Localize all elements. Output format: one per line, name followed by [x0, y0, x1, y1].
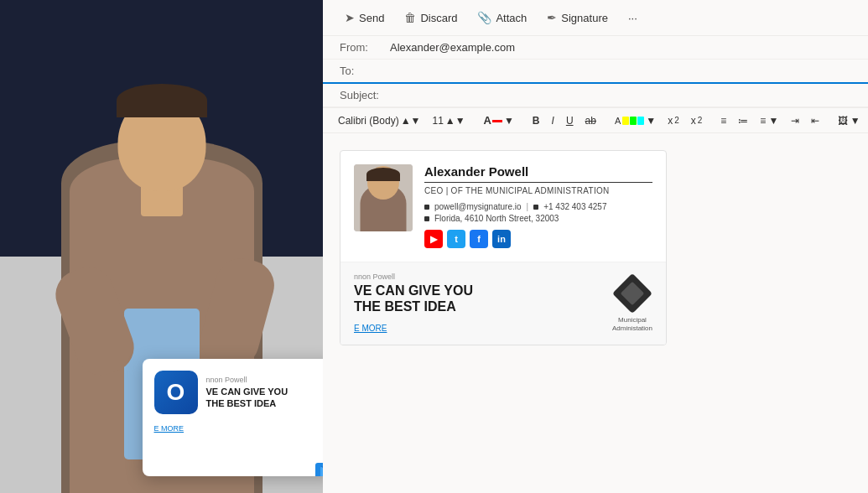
discard-icon: 🗑	[404, 11, 416, 24]
signature-address-row: Florida, 4610 North Street, 32003	[424, 214, 652, 223]
more-button[interactable]: ···	[620, 8, 646, 29]
numbered-list-button[interactable]: ≔	[733, 112, 753, 129]
facebook-icon[interactable]: f	[470, 230, 488, 248]
highlight-button[interactable]: A ▼	[610, 112, 661, 129]
banner-left: nnon Powell VE CAN GIVE YOU THE BEST IDE…	[354, 272, 612, 335]
logo-text: Municipal Administation	[612, 316, 652, 334]
italic-button[interactable]: I	[547, 112, 559, 129]
banner-logo: Municipal Administation	[612, 274, 652, 334]
font-family-selector[interactable]: Calibri (Body) ▲▼	[333, 112, 425, 129]
outlook-overlay-card: O nnon Powell VE CAN GIVE YOU THE BEST I…	[143, 359, 324, 476]
font-color-chevron: ▼	[504, 115, 514, 127]
attach-icon: 📎	[477, 11, 491, 24]
signature-title: CEO | OF THE MUNICIPAL ADMINISTRATION	[424, 186, 652, 195]
font-size-selector[interactable]: 11 ▲▼	[427, 112, 470, 129]
outlook-icon: O	[154, 371, 198, 414]
signature-icon: ✒	[547, 11, 557, 24]
to-input[interactable]	[390, 65, 851, 77]
signature-social: ▶ t f in	[424, 230, 652, 248]
font-size-chevron: ▲▼	[445, 115, 465, 127]
discard-button[interactable]: 🗑 Discard	[396, 7, 465, 29]
superscript-button[interactable]: x2	[663, 112, 684, 129]
insert-image-button[interactable]: 🖼 ▼	[833, 112, 865, 129]
card-text: nnon Powell VE CAN GIVE YOU THE BEST IDE…	[206, 376, 288, 410]
email-fields: From: To: Subject:	[323, 36, 868, 108]
format-toolbar: Calibri (Body) ▲▼ 11 ▲▼ A ▼ B I U ab A	[323, 108, 868, 133]
banner-from: nnon Powell	[354, 272, 612, 281]
logo-diamond-icon	[613, 274, 652, 313]
subscript-button[interactable]: x2	[686, 112, 708, 129]
signature-button[interactable]: ✒ Signature	[538, 7, 616, 29]
underline-button[interactable]: U	[561, 112, 579, 129]
send-button[interactable]: ➤ Send	[336, 7, 392, 29]
signature-info: Alexander Powell CEO | OF THE MUNICIPAL …	[424, 164, 652, 248]
signature-banner: nnon Powell VE CAN GIVE YOU THE BEST IDE…	[340, 262, 666, 345]
signature-card: Alexander Powell CEO | OF THE MUNICIPAL …	[340, 150, 667, 345]
send-icon: ➤	[345, 11, 355, 24]
from-input[interactable]	[390, 41, 851, 54]
email-toolbar: ➤ Send 🗑 Discard 📎 Attach ✒ Signature ··…	[323, 0, 868, 36]
indent-decrease-button[interactable]: ⇤	[806, 112, 824, 129]
twitter-icon[interactable]: t	[447, 230, 465, 248]
banner-headline: VE CAN GIVE YOU THE BEST IDEA	[354, 283, 612, 314]
to-row: To:	[323, 60, 868, 84]
subject-input[interactable]	[390, 89, 851, 101]
bullet-list-button[interactable]: ≡	[715, 112, 731, 129]
font-family-chevron: ▲▼	[401, 115, 421, 127]
font-color-indicator: A	[484, 114, 502, 127]
bold-button[interactable]: B	[528, 112, 545, 129]
address-dot	[424, 216, 429, 221]
align-button[interactable]: ≡ ▼	[755, 112, 783, 129]
highlight-chevron: ▼	[646, 115, 656, 127]
font-color-button[interactable]: A ▼	[479, 112, 519, 129]
card-headline: VE CAN GIVE YOU THE BEST IDEA	[206, 386, 288, 410]
indent-increase-button[interactable]: ⇥	[786, 112, 804, 129]
from-row: From:	[323, 36, 868, 60]
signature-top: Alexander Powell CEO | OF THE MUNICIPAL …	[340, 151, 666, 262]
from-label: From:	[340, 41, 390, 54]
to-label: To:	[340, 65, 390, 77]
subject-row: Subject:	[323, 84, 868, 107]
phone-dot	[533, 205, 538, 210]
attach-button[interactable]: 📎 Attach	[469, 7, 535, 29]
signature-email-row: powell@mysignature.io | +1 432 403 4257	[424, 202, 652, 211]
youtube-icon[interactable]: ▶	[424, 230, 443, 248]
email-composer: ➤ Send 🗑 Discard 📎 Attach ✒ Signature ··…	[323, 0, 868, 493]
outlook-o-letter: O	[167, 379, 185, 406]
left-panel: O nnon Powell VE CAN GIVE YOU THE BEST I…	[0, 0, 323, 493]
email-body[interactable]: Alexander Powell CEO | OF THE MUNICIPAL …	[323, 133, 868, 493]
card-from: nnon Powell	[206, 376, 288, 384]
subject-label: Subject:	[340, 89, 390, 101]
signature-name: Alexander Powell	[424, 164, 652, 183]
email-dot	[424, 205, 429, 210]
strikethrough-button[interactable]: ab	[580, 112, 601, 129]
banner-see-more-link[interactable]: E MORE	[354, 324, 387, 333]
signature-avatar	[354, 164, 413, 231]
card-see-more-link[interactable]: E MORE	[154, 424, 324, 433]
linkedin-icon[interactable]: in	[492, 230, 511, 248]
